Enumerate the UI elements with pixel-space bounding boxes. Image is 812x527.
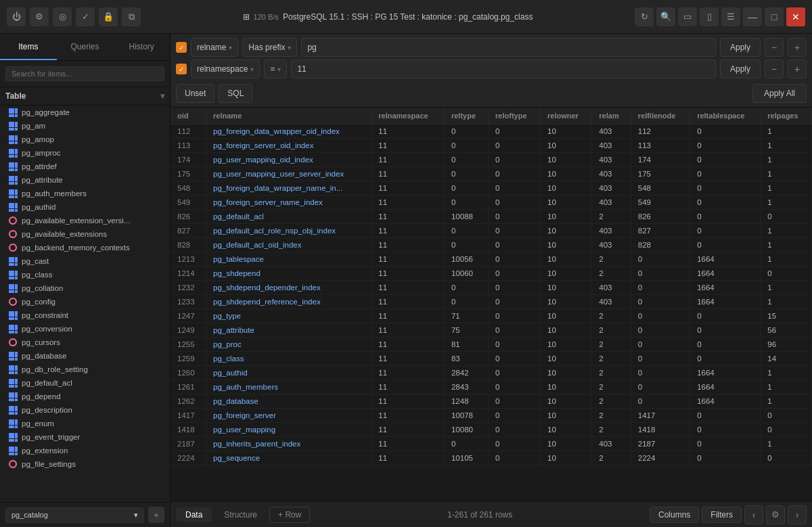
table-row[interactable]: 1233pg_shdepend_reference_index110010403… — [171, 295, 812, 309]
table-row[interactable]: 1213pg_tablespace11100560102016641 — [171, 252, 812, 267]
col-header-oid[interactable]: oid — [171, 108, 206, 124]
power-button[interactable]: ⏻ — [7, 7, 26, 26]
table-row[interactable]: 828pg_default_acl_oid_index1100104038280… — [171, 238, 812, 252]
filter-operator-select-1[interactable]: Has prefix ▾ — [242, 38, 297, 57]
table-row[interactable]: 174pg_user_mapping_oid_index110010403174… — [171, 153, 812, 167]
col-header-relfilenode[interactable]: relfilenode — [631, 108, 690, 124]
sidebar-section-table[interactable]: Table ▾ — [0, 87, 170, 106]
list-item[interactable]: pg_default_acl — [0, 376, 170, 390]
add-schema-button[interactable]: + — [148, 507, 164, 523]
table-row[interactable]: 1214pg_shdepend11100600102016640 — [171, 267, 812, 281]
search-button[interactable]: 🔍 — [656, 7, 675, 26]
table-row[interactable]: 2187pg_inherits_parent_index110010403218… — [171, 437, 812, 451]
table-row[interactable]: 112pg_foreign_data_wrapper_oid_index1100… — [171, 124, 812, 139]
maximize-button[interactable]: □ — [765, 7, 784, 26]
sidebar-tab-history[interactable]: History — [113, 34, 170, 60]
check-button[interactable]: ✓ — [76, 7, 95, 26]
list-item[interactable]: pg_extension — [0, 444, 170, 457]
table-row[interactable]: 1260pg_authid1128420102016641 — [171, 366, 812, 380]
table-row[interactable]: 1247pg_type117101020015 — [171, 309, 812, 323]
col-header-relpages[interactable]: relpages — [761, 108, 812, 124]
filter-apply-button-2[interactable]: Apply — [720, 60, 761, 78]
tab-data[interactable]: Data — [176, 507, 212, 522]
filter-add-button-2[interactable]: + — [788, 60, 807, 78]
list-item[interactable]: pg_description — [0, 403, 170, 417]
filter-operator-select-2[interactable]: = ▾ — [264, 60, 287, 78]
table-row[interactable]: 548pg_foreign_data_wrapper_name_in...110… — [171, 181, 812, 196]
filter-checkbox-1[interactable]: ✓ — [176, 42, 187, 53]
list-item[interactable]: pg_conversion — [0, 322, 170, 336]
prev-page-button[interactable]: ‹ — [744, 505, 763, 524]
table-row[interactable]: 1418pg_user_mapping11100800102141800 — [171, 423, 812, 437]
filter-checkbox-2[interactable]: ✓ — [176, 64, 187, 74]
close-button[interactable]: ✕ — [786, 7, 805, 26]
table-row[interactable]: 549pg_foreign_server_name_index110010403… — [171, 196, 812, 210]
table-row[interactable]: 1249pg_attribute117501020056 — [171, 323, 812, 338]
apply-all-button[interactable]: Apply All — [752, 84, 807, 103]
table-row[interactable]: 1255pg_proc118101020096 — [171, 338, 812, 352]
filter-remove-button-1[interactable]: − — [765, 38, 784, 57]
sidebar-button[interactable]: ▯ — [700, 7, 719, 26]
unset-button[interactable]: Unset — [176, 84, 215, 103]
col-header-relam[interactable]: relam — [592, 108, 631, 124]
list-item[interactable]: pg_collation — [0, 281, 170, 295]
list-item[interactable]: pg_cast — [0, 254, 170, 268]
list-item[interactable]: pg_cursors — [0, 336, 170, 349]
filter-value-input-2[interactable] — [291, 60, 716, 78]
database-selector[interactable]: pg_catalog ▾ — [5, 507, 144, 523]
sql-button[interactable]: SQL — [219, 84, 252, 103]
list-item[interactable]: pg_available_extension_versi... — [0, 214, 170, 227]
list-item[interactable]: pg_depend — [0, 390, 170, 403]
list-item[interactable]: pg_database — [0, 349, 170, 363]
col-header-reltype[interactable]: reltype — [444, 108, 488, 124]
search-input[interactable] — [5, 66, 164, 81]
filter-apply-button-1[interactable]: Apply — [720, 38, 761, 57]
list-item[interactable]: pg_constraint — [0, 308, 170, 322]
list-item[interactable]: pg_class — [0, 268, 170, 281]
list-item[interactable]: pg_authid — [0, 200, 170, 214]
table-row[interactable]: 1417pg_foreign_server11100780102141700 — [171, 409, 812, 423]
panel-button[interactable]: ▭ — [678, 7, 697, 26]
menu-button[interactable]: ☰ — [721, 7, 740, 26]
list-item[interactable]: pg_attrdef — [0, 160, 170, 173]
col-header-reltablespace[interactable]: reltablespace — [690, 108, 761, 124]
list-item[interactable]: pg_backend_memory_contexts — [0, 241, 170, 254]
table-row[interactable]: 113pg_foreign_server_oid_index1100104031… — [171, 139, 812, 153]
table-row[interactable]: 1262pg_database1112480102016641 — [171, 394, 812, 409]
columns-button[interactable]: Columns — [650, 507, 699, 523]
list-item[interactable]: pg_auth_members — [0, 187, 170, 200]
col-header-reloftype[interactable]: reloftype — [489, 108, 541, 124]
sidebar-tab-queries[interactable]: Queries — [57, 34, 114, 60]
filters-button[interactable]: Filters — [702, 507, 742, 523]
list-item[interactable]: pg_config — [0, 295, 170, 308]
list-item[interactable]: pg_amproc — [0, 146, 170, 160]
sidebar-tab-items[interactable]: Items — [0, 34, 57, 60]
table-settings-button[interactable]: ⚙ — [766, 505, 785, 524]
filter-field-select-1[interactable]: relname ▾ — [191, 38, 238, 57]
settings-button[interactable]: ⚙ — [30, 7, 49, 26]
tab-structure[interactable]: Structure — [215, 507, 267, 522]
list-item[interactable]: pg_file_settings — [0, 457, 170, 471]
col-header-relnamespace[interactable]: relnamespace — [371, 108, 445, 124]
table-row[interactable]: 1261pg_auth_members1128430102016641 — [171, 380, 812, 394]
list-item[interactable]: pg_am — [0, 119, 170, 133]
filter-remove-button-2[interactable]: − — [765, 60, 784, 78]
list-item[interactable]: pg_amop — [0, 133, 170, 146]
col-header-relowner[interactable]: relowner — [541, 108, 592, 124]
list-item[interactable]: pg_enum — [0, 417, 170, 430]
minimize-button[interactable]: — — [743, 7, 762, 26]
list-item[interactable]: pg_aggregate — [0, 106, 170, 119]
table-row[interactable]: 826pg_default_acl1110088010282600 — [171, 210, 812, 224]
list-item[interactable]: pg_db_role_setting — [0, 363, 170, 376]
table-row[interactable]: 2224pg_sequence11101050102222400 — [171, 451, 812, 465]
refresh-button[interactable]: ↻ — [635, 7, 654, 26]
add-row-button[interactable]: + Row — [269, 507, 310, 523]
filter-value-input-1[interactable] — [301, 38, 716, 57]
filter-field-select-2[interactable]: relnamespace ▾ — [191, 60, 260, 78]
next-page-button[interactable]: › — [788, 505, 807, 524]
list-item[interactable]: pg_available_extensions — [0, 227, 170, 241]
col-header-relname[interactable]: relname — [206, 108, 371, 124]
eye-button[interactable]: ◎ — [53, 7, 72, 26]
layers-button[interactable]: ⧉ — [122, 7, 141, 26]
lock-button[interactable]: 🔒 — [99, 7, 118, 26]
